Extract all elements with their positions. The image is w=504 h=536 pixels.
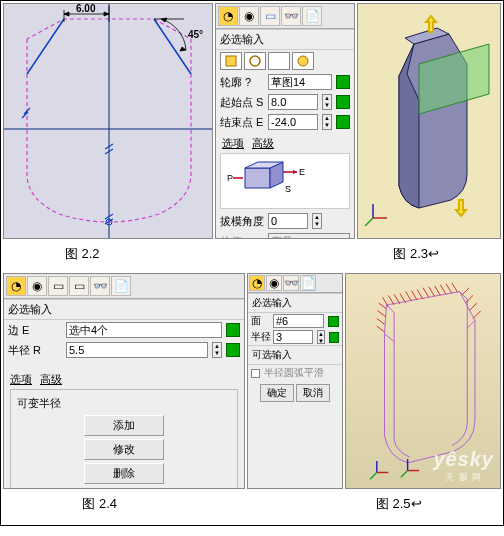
shell-required-head: 必选输入 [248, 293, 342, 313]
svg-text:E: E [299, 167, 305, 177]
ok-button[interactable]: 确定 [260, 384, 294, 402]
fillet-page-icon[interactable]: 📄 [111, 276, 131, 296]
glasses-icon[interactable]: 👓 [281, 6, 301, 26]
edge-input[interactable] [66, 322, 222, 338]
shell-panel: ◔ ◉ 👓 📄 必选输入 面 半径 ▲▼ 可选输入 半径圆弧平滑 [247, 273, 343, 489]
viewport-3d-2-3[interactable] [357, 3, 501, 239]
body-3d-svg [358, 4, 500, 239]
page-icon[interactable]: 📄 [302, 6, 322, 26]
dim-top-value: 6.00 [76, 4, 96, 14]
caption-2-5: 图 2.5↩ [376, 495, 422, 513]
svg-line-45 [370, 472, 377, 479]
svg-line-38 [473, 311, 481, 319]
svg-line-28 [417, 290, 423, 300]
svg-line-26 [406, 292, 412, 302]
start-pick-button[interactable] [336, 95, 350, 109]
tool-icon-3[interactable]: ▭ [260, 6, 280, 26]
svg-line-23 [388, 295, 394, 305]
radius-pick-button[interactable] [226, 343, 240, 357]
svg-line-27 [411, 291, 417, 301]
fillet-tool-4[interactable]: ▭ [69, 276, 89, 296]
profile-input[interactable] [268, 74, 332, 90]
path-icon[interactable] [244, 52, 266, 70]
variable-radius-label: 可变半径 [17, 394, 231, 415]
draft-angle-input[interactable] [268, 213, 308, 229]
shell-toolbar: ◔ ◉ 👓 📄 [248, 274, 342, 293]
tab-advanced[interactable]: 高级 [252, 136, 274, 151]
svg-line-31 [435, 286, 441, 296]
fillet-toolbar: ◔ ◉ ▭ ▭ 👓 📄 [4, 274, 244, 299]
svg-point-10 [250, 56, 260, 66]
end-pick-button[interactable] [336, 115, 350, 129]
face-icon[interactable] [268, 52, 290, 70]
fillet-tool-2[interactable]: ◉ [27, 276, 47, 296]
wire-2-5-svg [346, 274, 500, 489]
body-icon[interactable] [292, 52, 314, 70]
shell-tool-1[interactable]: ◔ [249, 275, 265, 291]
end-input[interactable] [268, 114, 318, 130]
face-pick-button[interactable] [328, 316, 339, 327]
shell-glasses-icon[interactable]: 👓 [283, 275, 299, 291]
value-label: 价值 [220, 234, 264, 240]
extrude-panel: ◔ ◉ ▭ 👓 📄 必选输入 轮廓 ? [215, 3, 355, 239]
end-spinner[interactable]: ▲▼ [322, 114, 332, 130]
radius-input[interactable] [66, 342, 208, 358]
end-label: 结束点 E [220, 115, 264, 130]
svg-line-36 [465, 295, 473, 303]
direction-preview: P E S [220, 153, 350, 209]
svg-line-42 [377, 326, 385, 332]
extrude-toolbar: ◔ ◉ ▭ 👓 📄 [216, 4, 354, 29]
dim-angle-value: 45° [188, 29, 203, 40]
draft-angle-label: 拔模角度 [220, 214, 264, 229]
sym-checkbox[interactable] [251, 369, 260, 378]
viewport-2-5[interactable]: yêsky 天 极 网 [345, 273, 501, 489]
svg-line-40 [378, 311, 386, 317]
svg-line-20 [385, 334, 395, 342]
tab-options[interactable]: 选项 [222, 136, 244, 151]
modify-button[interactable]: 修改 [84, 439, 164, 460]
face-input[interactable] [273, 314, 324, 328]
radius-label: 半径 R [8, 343, 62, 358]
cancel-button[interactable]: 取消 [296, 384, 330, 402]
offset-input[interactable] [273, 330, 313, 344]
sketch-panel-2-2: 6.00 45° [3, 3, 213, 239]
svg-line-37 [469, 303, 477, 311]
shell-tool-2[interactable]: ◉ [266, 275, 282, 291]
svg-line-41 [377, 318, 385, 324]
svg-line-21 [467, 320, 475, 328]
svg-line-29 [423, 288, 429, 298]
delete-button[interactable]: 删除 [84, 463, 164, 484]
start-input[interactable] [268, 94, 318, 110]
edge-label: 边 E [8, 323, 62, 338]
svg-line-22 [383, 297, 389, 307]
offset-spinner[interactable]: ▲▼ [317, 330, 325, 344]
svg-line-35 [462, 288, 470, 296]
fillet-tool-3[interactable]: ▭ [48, 276, 68, 296]
svg-line-39 [379, 303, 387, 309]
svg-line-34 [452, 283, 458, 293]
svg-line-48 [401, 471, 408, 478]
start-spinner[interactable]: ▲▼ [322, 94, 332, 110]
shell-page-icon[interactable]: 📄 [300, 275, 316, 291]
caption-2-2: 图 2.2 [65, 245, 100, 263]
profile-label: 轮廓 ? [220, 75, 264, 90]
profile-pick-button[interactable] [336, 75, 350, 89]
fillet-tab-options[interactable]: 选项 [10, 372, 32, 387]
sketch-type-row [216, 50, 354, 72]
angle-spinner[interactable]: ▲▼ [312, 213, 322, 229]
start-label: 起始点 S [220, 95, 264, 110]
tool-icon-1[interactable]: ◔ [218, 6, 238, 26]
caption-2-3: 图 2.3↩ [393, 245, 439, 263]
fillet-glasses-icon[interactable]: 👓 [90, 276, 110, 296]
edge-pick-button[interactable] [226, 323, 240, 337]
offset-pick-button[interactable] [329, 332, 339, 343]
svg-line-19 [365, 218, 373, 226]
fillet-tool-1[interactable]: ◔ [6, 276, 26, 296]
radius-spinner[interactable]: ▲▼ [212, 342, 222, 358]
caption-row-2: 图 2.4 图 2.5↩ [3, 489, 501, 523]
fillet-tab-advanced[interactable]: 高级 [40, 372, 62, 387]
sketch-icon[interactable] [220, 52, 242, 70]
add-button[interactable]: 添加 [84, 415, 164, 436]
fillet-required-head: 必选输入 [4, 299, 244, 320]
tool-icon-2[interactable]: ◉ [239, 6, 259, 26]
